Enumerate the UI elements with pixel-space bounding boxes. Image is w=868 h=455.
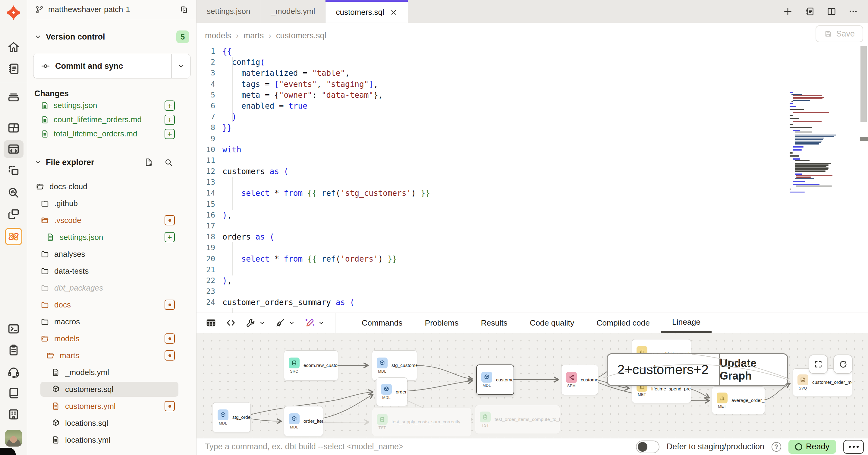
minimap-slider[interactable]: [860, 137, 868, 141]
editor-scrollbar[interactable]: [861, 46, 867, 122]
editor-tab--models-yml[interactable]: _models.yml: [261, 0, 326, 23]
tree-item-customers-sql[interactable]: customers.sql: [27, 381, 196, 398]
tree-item-locations-yml[interactable]: locations.yml: [27, 431, 196, 448]
new-tab-icon[interactable]: [782, 6, 793, 17]
defer-toggle[interactable]: [636, 440, 659, 453]
code-line[interactable]: 24customer_orders_summary as (: [196, 297, 868, 308]
tree-item-dbt-packages[interactable]: dbt_packages: [27, 279, 196, 296]
code-line[interactable]: 15: [196, 199, 868, 210]
copy-icon[interactable]: [180, 5, 189, 14]
split-editor-icon[interactable]: [827, 6, 837, 17]
terminal-icon[interactable]: [7, 322, 21, 336]
dbt-logo-icon[interactable]: [6, 5, 22, 21]
code-line[interactable]: 12customers as (: [196, 166, 868, 177]
stage-file-button[interactable]: +: [164, 129, 175, 139]
code-line[interactable]: 7 ): [196, 111, 868, 122]
code-line[interactable]: 1{{: [196, 46, 868, 57]
changed-file-row[interactable]: count_lifetime_orders.md +: [27, 113, 196, 127]
lineage-node-order-items[interactable]: MDL order_items: [284, 406, 323, 436]
projects-stack-icon[interactable]: [7, 90, 21, 104]
tree-item-locations-sql[interactable]: locations.sql: [27, 415, 196, 431]
panel-tab-code-quality[interactable]: Code quality: [519, 313, 585, 333]
code-line[interactable]: 2 config(: [196, 57, 868, 67]
code-line[interactable]: 5 meta = {"owner": "data-team"},: [196, 90, 868, 101]
changed-file-row[interactable]: settings.json +: [27, 98, 196, 113]
editor-tab-settings-json[interactable]: settings.json: [196, 0, 261, 23]
user-avatar[interactable]: [5, 430, 22, 447]
tree-item-docs[interactable]: docs: [27, 296, 196, 313]
tree-item-customers-yml[interactable]: customers.yml: [27, 398, 196, 415]
breadcrumb-part[interactable]: marts: [244, 31, 264, 40]
stage-file-button[interactable]: +: [164, 115, 175, 125]
code-line[interactable]: 14 select * from {{ ref('stg_customers')…: [196, 188, 868, 199]
compile-code-icon[interactable]: [225, 317, 236, 328]
code-line[interactable]: 4 tags = ["events", "staging"],: [196, 79, 868, 90]
code-line[interactable]: 21: [196, 264, 868, 275]
editor-tab-customers-sql[interactable]: customers.sql: [326, 0, 408, 23]
panel-tab-lineage[interactable]: Lineage: [661, 313, 712, 333]
docs-book-icon[interactable]: [7, 386, 21, 400]
tree-item--github[interactable]: .github: [27, 195, 196, 212]
panel-tab-problems[interactable]: Problems: [414, 313, 470, 333]
tree-item-settings-json[interactable]: settings.json+: [27, 229, 196, 246]
save-button[interactable]: Save: [815, 25, 863, 42]
code-line[interactable]: 16),: [196, 210, 868, 221]
panel-tab-results[interactable]: Results: [470, 313, 518, 333]
stage-file-button[interactable]: +: [164, 101, 175, 111]
ai-fix-button[interactable]: [304, 317, 325, 328]
windows-icon[interactable]: [7, 207, 21, 221]
code-line[interactable]: 3 materialized = "table",: [196, 67, 868, 79]
build-wrench-button[interactable]: [245, 317, 266, 328]
commit-options-caret[interactable]: [172, 54, 190, 78]
tree-item-models[interactable]: models: [27, 330, 196, 347]
code-line[interactable]: 9: [196, 133, 868, 144]
code-editor[interactable]: 1{{2 config(3 materialized = "table",4 t…: [196, 46, 868, 313]
code-line[interactable]: 8}}: [196, 122, 868, 133]
lineage-fullscreen-button[interactable]: [809, 354, 828, 374]
file-explorer-header[interactable]: File explorer: [34, 155, 189, 169]
panel-tab-compiled-code[interactable]: Compiled code: [585, 313, 661, 333]
more-options-icon[interactable]: [848, 6, 858, 17]
home-icon[interactable]: [7, 40, 21, 54]
lineage-node-average-order-value[interactable]: MET average_order_value: [712, 387, 765, 414]
clipboard-icon[interactable]: [7, 343, 21, 357]
new-file-icon[interactable]: [144, 158, 153, 167]
tree-item-macros[interactable]: macros: [27, 313, 196, 330]
dashboard-icon[interactable]: [7, 121, 21, 135]
lineage-node-orders[interactable]: MDL orders: [376, 377, 407, 406]
notebook-panel-icon[interactable]: [805, 6, 815, 17]
branch-row[interactable]: matthewshaver-patch-1: [27, 0, 196, 19]
tree-item--vscode[interactable]: .vscode: [27, 212, 196, 229]
code-line[interactable]: 23: [196, 286, 868, 297]
lineage-node-stg-customers[interactable]: MDL stg_customers: [372, 350, 417, 380]
help-icon[interactable]: ?: [772, 442, 781, 452]
journal-icon[interactable]: [7, 62, 21, 76]
code-line[interactable]: 17: [196, 221, 868, 231]
command-input[interactable]: [205, 442, 636, 451]
status-more-button[interactable]: [843, 440, 864, 454]
query-insights-icon[interactable]: [7, 186, 21, 199]
code-line[interactable]: 19: [196, 242, 868, 253]
panel-tab-commands[interactable]: Commands: [350, 313, 414, 333]
code-line[interactable]: 10with: [196, 144, 868, 155]
lineage-refresh-button[interactable]: [833, 354, 852, 374]
minimap[interactable]: [789, 92, 861, 188]
code-line[interactable]: 22),: [196, 275, 868, 286]
tree-item--models-yml[interactable]: _models.yml: [27, 364, 196, 381]
frame-select-icon[interactable]: [7, 164, 21, 178]
tree-item-docs-cloud[interactable]: docs-cloud: [27, 178, 196, 195]
code-line[interactable]: 6 enabled = true: [196, 101, 868, 111]
lineage-node-test-order-items[interactable]: TST test_order_items_compute_to_bools_co…: [475, 405, 560, 434]
tree-item-marts[interactable]: marts: [27, 347, 196, 364]
lineage-node-ecom-raw-customers[interactable]: SRC ecom.raw_customers: [284, 350, 338, 380]
code-line[interactable]: 13: [196, 177, 868, 188]
lineage-node-test-supply-costs[interactable]: TST test_supply_costs_sum_correctly: [372, 408, 471, 436]
lint-fix-button[interactable]: [275, 317, 296, 328]
support-headset-icon[interactable]: [7, 365, 21, 379]
tree-item-analyses[interactable]: analyses: [27, 246, 196, 262]
breadcrumb-part[interactable]: customers.sql: [276, 31, 327, 40]
version-control-header[interactable]: Version control 5: [34, 30, 189, 44]
copilot-atom-icon[interactable]: [5, 228, 22, 245]
close-tab-icon[interactable]: [390, 8, 398, 16]
lineage-selector-input[interactable]: [608, 354, 719, 385]
